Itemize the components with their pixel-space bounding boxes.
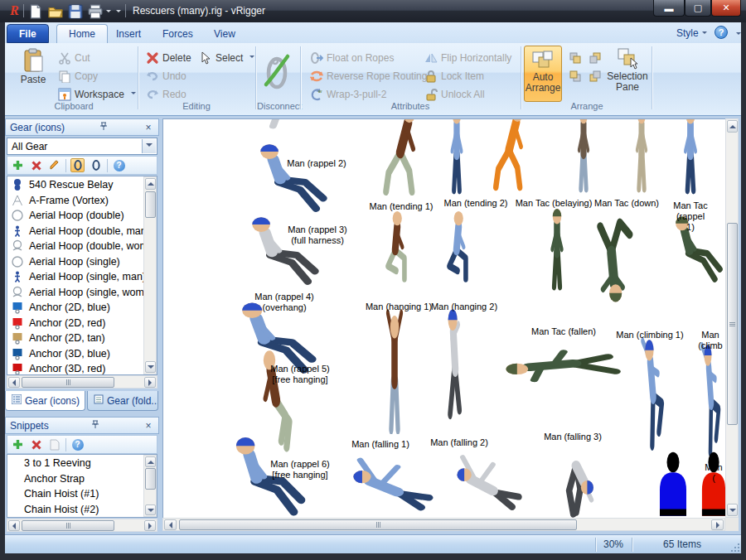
figure-lunge[interactable] [371,118,435,199]
figure-climb[interactable] [690,341,725,459]
pin-icon[interactable] [98,122,109,133]
gear-list-item[interactable]: A-Frame (Vortex) [7,193,143,209]
delete-snippet-button[interactable] [29,437,43,451]
tab-insert[interactable]: Insert [104,24,153,43]
help-icon[interactable]: ? [70,437,85,451]
tab-forces[interactable]: Forces [151,24,205,43]
figure-kneel[interactable] [432,209,483,288]
figure-armsup[interactable] [371,308,419,434]
save-icon[interactable] [68,4,83,18]
auto-arrange-button[interactable]: Auto Arrange [524,46,562,102]
maximize-button[interactable]: ▢ [685,0,711,17]
gear-list-item[interactable]: Anchor (3D, blue) [7,346,143,362]
gear-list-item[interactable]: Anchor (3D, red) [7,361,143,375]
add-snippet-button[interactable] [11,437,25,451]
figure-bendover[interactable] [541,441,611,518]
workspace-button[interactable]: Workspace [56,86,138,103]
help-icon[interactable]: ? [112,158,126,172]
gear-list-item[interactable]: Aerial Hoop (double, man [7,224,143,239]
reverse-rope-routing-button[interactable]: Reverse Rope Routing [308,68,429,84]
figure-stand[interactable] [666,118,715,196]
float-on-ropes-button[interactable]: Float on Ropes [308,50,395,66]
send-to-back-button[interactable] [587,68,603,84]
snippet-list-item[interactable]: Chain Hoist (#2) [7,502,143,518]
snippet-list-item[interactable]: Anchor Strap [7,471,143,487]
figure-fallback[interactable] [341,449,438,518]
gear-list-vscrollbar[interactable] [143,176,157,374]
resize-grip[interactable] [729,541,739,552]
gear-list-item[interactable]: Anchor (2D, red) [7,316,143,331]
delete-gear-button[interactable] [29,158,43,172]
figure-upsidedown[interactable] [579,207,649,305]
gear-list-item[interactable]: Anchor (2D, blue) [7,300,143,316]
select-button[interactable]: Select [197,50,256,66]
style-menu[interactable]: Style [676,27,707,39]
tab-gear-icons[interactable]: Gear (icons) [5,391,85,411]
tab-home[interactable]: Home [56,24,108,43]
gear-list-item[interactable]: Aerial Hoop (double) [7,208,143,224]
carabiner-view-button[interactable] [70,158,85,172]
snippet-list-item[interactable]: 3 to 1 Reeving [7,456,143,471]
wrap-3-pull-2-button[interactable]: w Wrap-3-pull-2 [308,86,388,103]
figure-stand[interactable] [619,118,664,194]
pin-icon[interactable] [90,420,101,432]
gear-list-item[interactable]: Anchor (2D, tan) [7,331,143,346]
figure-stand[interactable] [434,118,480,196]
figure-lunge[interactable] [482,118,541,194]
minimize-button[interactable]: ▬ [653,0,685,17]
undo-button[interactable]: Undo [144,68,188,84]
gear-list-item[interactable]: Aerial Hoop (single, man) [7,269,143,285]
bring-to-front-button[interactable] [587,50,603,66]
gear-list-item[interactable]: 540 Rescue Belay [7,177,143,193]
close-icon[interactable]: × [143,122,154,133]
figure-stand[interactable] [561,118,606,194]
gear-list-item[interactable]: Aerial Hoop (double, wom [7,239,143,254]
figure-stand[interactable] [533,207,581,292]
print-dropdown-icon[interactable] [106,10,111,15]
snippet-list-item[interactable]: Chain Hoist (#1) [7,486,143,502]
canvas-vscrollbar[interactable] [725,118,739,518]
canvas-hscrollbar[interactable] [162,518,725,531]
gear-list-item[interactable]: Aerial Hoop (single) [7,254,143,270]
gear-filter-select[interactable]: All Gear [7,138,157,155]
cut-button[interactable]: Cut [56,50,92,66]
figure-climb[interactable] [629,336,677,452]
new-snippet-icon[interactable] [47,437,61,451]
add-gear-button[interactable] [11,158,25,172]
tab-file[interactable]: File [7,24,49,43]
disconnect-button[interactable] [259,46,295,100]
app-logo[interactable]: R [10,3,19,18]
redo-button[interactable]: Redo [144,86,188,103]
edit-gear-button[interactable] [47,158,61,172]
delete-button[interactable]: Delete [144,50,193,66]
print-icon[interactable] [88,4,103,18]
unlock-all-button[interactable]: Unlock All [423,86,487,103]
close-icon[interactable]: × [143,420,154,432]
tab-view[interactable]: View [202,24,247,43]
close-button[interactable]: ✕ [711,0,741,17]
figure-simple2d[interactable] [652,451,694,518]
gear-list-hscrollbar[interactable] [7,375,157,389]
rig-canvas[interactable]: Man (rappel 2)Man (tending 1)Man (tendin… [162,118,725,518]
figure-fallback[interactable] [447,446,526,518]
zoom-level[interactable]: 30% [603,538,623,550]
snippets-vscrollbar[interactable] [143,455,157,517]
snippets-hscrollbar[interactable] [7,519,157,532]
gear-list-item[interactable]: Aerial Hoop (single, woma [7,285,143,301]
carabiner-alt-button[interactable] [89,158,103,172]
copy-button[interactable]: Copy [56,68,99,84]
figure-hang2[interactable] [429,308,480,426]
bring-forward-button[interactable] [567,50,584,66]
figure-kneel[interactable] [371,209,422,288]
send-backward-button[interactable] [567,68,584,84]
new-document-icon[interactable] [28,4,43,18]
flip-horizontally-button[interactable]: Flip Horizontally [423,50,513,66]
figure-simple2d[interactable] [695,451,725,518]
figure-sit[interactable] [246,140,336,213]
figure-lie[interactable] [505,335,627,396]
lock-item-button[interactable]: Lock Item [423,68,486,84]
qat-customize-icon[interactable] [116,10,121,15]
tab-gear-folders[interactable]: Gear (fold... [87,391,158,411]
selection-pane-button[interactable]: Selection Pane [607,46,648,102]
help-icon[interactable]: ? [715,26,728,39]
